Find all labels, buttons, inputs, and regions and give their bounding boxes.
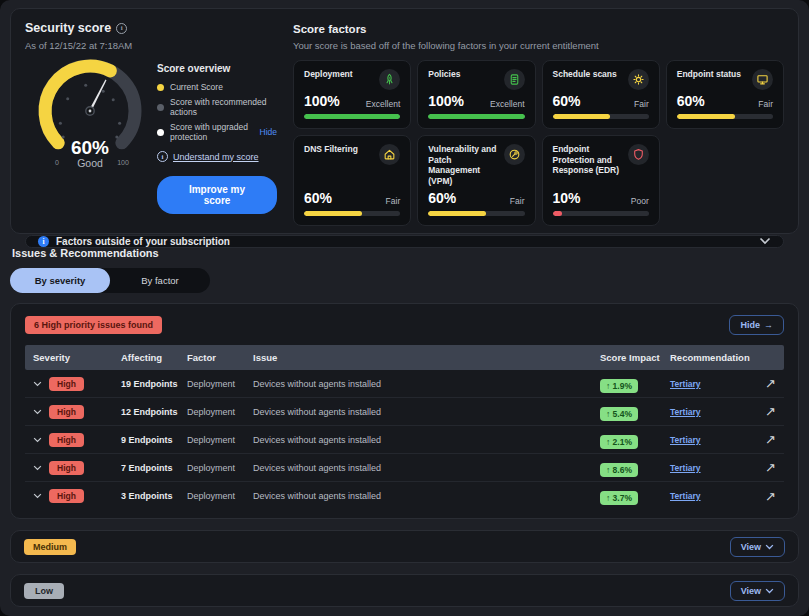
issue-cell: Devices without agents installed [253,379,600,389]
gauge-value-arc [45,66,110,143]
factor-cell: Deployment [187,491,253,501]
progress-bar [553,114,611,119]
hide-upgraded-link[interactable]: Hide [260,127,277,137]
factor-card-schedule-scans: Schedule scans 60% Fair [542,60,660,129]
scan-target-icon [628,69,649,90]
progress-bar [304,114,400,119]
recommendation-link[interactable]: Tertiary [670,407,750,417]
issue-row: High 12 Endpoints Deployment Devices wit… [25,398,784,426]
affecting-cell: 9 Endpoints [121,435,187,445]
issue-row: High 7 Endpoints Deployment Devices with… [25,454,784,482]
security-score-title: Security score [25,21,111,35]
severity-badge: High [49,489,84,503]
issue-cell: Devices without agents installed [253,435,600,445]
issues-table-header: Severity Affecting Factor Issue Score Im… [25,345,784,370]
recommendation-link[interactable]: Tertiary [670,435,750,445]
improve-my-score-button[interactable]: Improve my score [157,176,277,214]
arrow-right-icon: → [764,320,773,330]
info-icon: i [38,236,49,247]
score-impact-badge: ↑ 3.7% [600,491,638,505]
security-score-gauge: 60% Good 0 100 [25,55,157,214]
score-factors-title: Score factors [293,23,784,35]
issues-tabs: By severity By factor [10,268,210,293]
view-low-button[interactable]: View [730,581,785,601]
gauge-min-label: 0 [55,159,59,166]
score-overview-title: Score overview [157,63,277,74]
high-priority-count-badge: 6 High priority issues found [25,316,162,334]
external-link-icon[interactable]: ↗ [750,489,776,504]
score-impact-badge: ↑ 8.6% [600,463,638,477]
upgraded-score-dot-icon [157,129,164,136]
expand-row-chevron-icon[interactable] [33,381,42,387]
score-factors-section: Score factors Your score is based off of… [285,21,784,226]
legend-upgraded-protection: Score with upgraded protection Hide [157,122,277,142]
progress-bar [428,211,486,216]
info-icon: i [157,151,168,162]
severity-badge: High [49,433,84,447]
current-score-dot-icon [157,84,164,91]
affecting-cell: 3 Endpoints [121,491,187,501]
severity-badge: High [49,377,84,391]
issues-section-title: Issues & Recommendations [12,247,797,259]
external-link-icon[interactable]: ↗ [750,460,776,475]
progress-bar [428,114,524,119]
recommendation-link[interactable]: Tertiary [670,463,750,473]
recommendation-link[interactable]: Tertiary [670,379,750,389]
affecting-cell: 12 Endpoints [121,407,187,417]
issue-row: High 19 Endpoints Deployment Devices wit… [25,370,784,398]
factor-card-policies: Policies 100% Excellent [417,60,535,129]
chevron-down-icon[interactable] [759,237,771,245]
medium-severity-badge: Medium [24,539,76,555]
issue-row: High 3 Endpoints Deployment Devices with… [25,482,784,510]
score-timestamp: As of 12/15/22 at 7:18AM [25,40,277,51]
progress-bar [304,211,362,216]
recommended-score-dot-icon [157,104,164,111]
affecting-cell: 19 Endpoints [121,379,187,389]
patch-wrench-icon [504,144,525,165]
score-factors-subtitle: Your score is based off of the following… [293,40,784,51]
issue-row: High 9 Endpoints Deployment Devices with… [25,426,784,454]
legend-current-score: Current Score [157,82,277,92]
issue-cell: Devices without agents installed [253,407,600,417]
hide-issues-button[interactable]: Hide → [729,315,784,335]
rocket-icon [379,69,400,90]
progress-bar [677,114,735,119]
gauge-max-label: 100 [117,159,129,166]
external-link-icon[interactable]: ↗ [750,404,776,419]
score-impact-badge: ↑ 2.1% [600,435,638,449]
expand-row-chevron-icon[interactable] [33,409,42,415]
factors-outside-subscription-expander[interactable]: i Factors outside of your subscription [25,235,784,248]
tab-by-factor[interactable]: By factor [110,268,210,293]
security-score-info-icon[interactable]: i [116,23,127,34]
severity-badge: High [49,405,84,419]
score-impact-badge: ↑ 1.9% [600,379,638,393]
gauge-percent-label: 60% [71,137,109,158]
monitor-icon [752,69,773,90]
view-medium-button[interactable]: View [730,537,785,557]
shield-icon [628,144,649,165]
score-impact-badge: ↑ 5.4% [600,407,638,421]
chevron-down-icon [765,544,774,550]
score-overview: Score overview Current Score Score with … [157,55,277,214]
recommendation-link[interactable]: Tertiary [670,491,750,501]
factor-cell: Deployment [187,435,253,445]
high-priority-issues-panel: 6 High priority issues found Hide → Seve… [10,303,799,519]
factor-card-dns-filtering: DNS Filtering 60% Fair [293,135,411,226]
understand-my-score-link[interactable]: i Understand my score [157,151,277,162]
expand-row-chevron-icon[interactable] [33,465,42,471]
factor-card-endpoint-status: Endpoint status 60% Fair [666,60,784,129]
factor-card-deployment: Deployment 100% Excellent [293,60,411,129]
progress-bar [553,211,563,216]
expand-row-chevron-icon[interactable] [33,493,42,499]
security-advisor-page: Security score i As of 12/15/22 at 7:18A… [0,0,809,616]
issue-cell: Devices without agents installed [253,463,600,473]
gauge-rating-label: Good [77,157,103,169]
external-link-icon[interactable]: ↗ [750,376,776,391]
factor-cell: Deployment [187,407,253,417]
legend-recommended-actions: Score with recommended actions [157,97,277,117]
chevron-down-icon [765,588,774,594]
external-link-icon[interactable]: ↗ [750,432,776,447]
policy-document-icon [504,69,525,90]
expand-row-chevron-icon[interactable] [33,437,42,443]
tab-by-severity[interactable]: By severity [10,268,110,293]
